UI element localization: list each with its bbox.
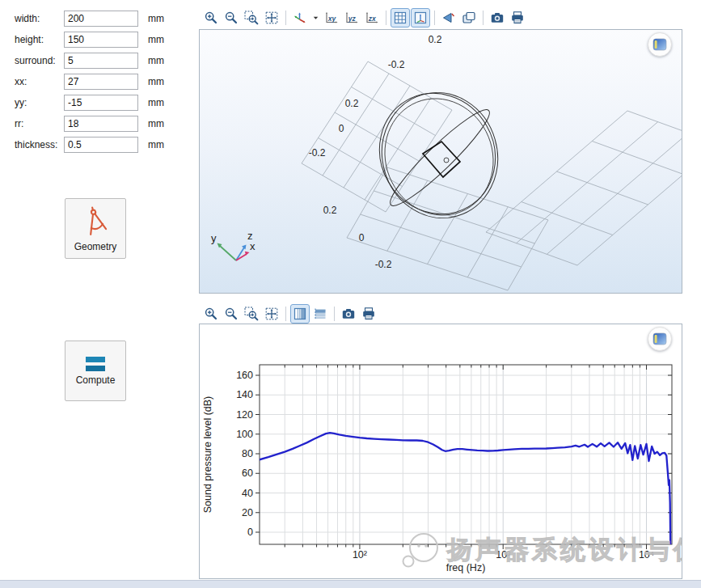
toolbar-separator [386,11,386,25]
y-log-scale-button[interactable] [310,304,330,324]
y-tick-label: 160 [236,370,253,381]
width-unit-label: mm [148,11,164,27]
snapshot-button[interactable] [339,304,358,324]
x-axis-title: freq (Hz) [446,562,486,573]
grid-icon [393,11,408,25]
yy-unit-label: mm [148,95,164,111]
axis-tick-label-3d: 0.2 [345,98,359,109]
surround-input[interactable] [64,53,138,69]
height-label: height: [15,32,44,48]
form-row: rr:mm [0,116,199,132]
form-row: width:mm [0,11,199,27]
zoom-box-button[interactable] [242,8,261,27]
zoom-in-icon [204,307,218,321]
view-zx-icon [365,11,379,25]
y-tick-label: 40 [242,488,253,499]
caret-down-icon [311,11,320,25]
axis-tick-label-3d: -0.2 [375,259,392,270]
caret-down-button[interactable] [310,8,321,27]
axis-orientation-button[interactable] [290,8,310,27]
form-row: thickness:mm [0,137,199,153]
compute-button[interactable]: Compute [65,341,126,401]
zoom-out-button[interactable] [222,304,241,324]
zoom-box-icon [244,11,259,25]
axis-tick-label-3d: -0.2 [309,147,326,159]
y-tick-label: 120 [236,409,253,421]
toolbar-separator [334,307,335,321]
scene-layers-button[interactable] [459,8,479,27]
view-xy-button[interactable] [322,8,341,27]
print-button[interactable] [508,8,527,27]
form-row: surround:mm [0,53,199,69]
x-tick-label: 10² [353,549,367,561]
view-zx-button[interactable] [362,8,382,27]
toolbar-separator [483,11,484,25]
y-tick-label: 100 [236,429,253,440]
axis-tick-label-3d: 0 [359,232,365,243]
compute-button-label: Compute [76,374,116,386]
thickness-input[interactable] [64,137,138,153]
thickness-unit-label: mm [148,137,164,153]
zoom-in-button[interactable] [201,8,221,27]
yy-label: yy: [15,95,27,111]
zoom-extents-icon [264,11,279,25]
chart-viewport[interactable]: 02040608010012014016010²10³10⁴freq (Hz)S… [199,324,682,579]
spl-chart: 02040608010012014016010²10³10⁴freq (Hz)S… [200,324,682,578]
height-input[interactable] [64,32,138,48]
geometry-button[interactable]: Geometry [65,198,126,259]
form-row: height:mm [0,32,199,48]
zoom-out-icon [224,307,239,321]
view-xy-icon [324,11,339,25]
thickness-label: thickness: [15,137,57,153]
svg-text:y: y [211,232,217,244]
comsol-logo-icon [652,332,667,345]
axis-tick-label-3d: -0.2 [388,59,405,70]
form-row: yy:mm [0,95,199,111]
zoom-extents-icon [264,307,279,321]
y-tick-label: 80 [242,448,253,459]
spl-curve [260,433,670,544]
width-input[interactable] [64,11,138,27]
zoom-out-button[interactable] [222,8,241,27]
zoom-extents-button[interactable] [262,304,281,324]
snapshot-button[interactable] [488,8,507,27]
width-label: width: [15,11,40,27]
yy-input[interactable] [64,95,138,111]
comsol-badge-button[interactable] [648,32,672,57]
comsol-badge-button[interactable] [648,327,672,351]
zoom-box-button[interactable] [242,304,261,324]
y-tick-label: 60 [242,467,253,479]
scene-layers-icon [462,11,476,25]
axis-triad: y z x [211,230,255,260]
rr-input[interactable] [64,116,138,132]
y-tick-label: 140 [236,389,253,400]
y-axis-title: Sound pressure level (dB) [202,396,213,514]
xx-label: xx: [15,74,27,90]
xx-unit-label: mm [148,74,164,90]
view-yz-icon [344,11,359,25]
zoom-extents-button[interactable] [262,8,281,27]
rr-unit-label: mm [148,116,164,132]
grid-button[interactable] [391,8,410,27]
transparency-button[interactable] [439,8,458,27]
print-button[interactable] [359,304,378,324]
zoom-box-icon [244,307,259,321]
axis-indicator-button[interactable] [411,8,430,27]
application-window: xy yz zx [0,0,701,588]
surround-label: surround: [15,53,56,69]
toolbar-separator [285,307,286,321]
geometry-viewport[interactable]: y z x 0.2-0.20.20-0.20.20-0.2 [199,29,682,294]
zoom-in-icon [204,11,218,25]
xx-input[interactable] [64,74,138,90]
y-tick-label: 20 [242,507,253,518]
origin-marker [444,158,449,163]
x-log-scale-button[interactable] [290,304,310,324]
view-yz-button[interactable] [342,8,361,27]
print-icon [510,11,525,25]
y-tick-label: 0 [247,527,253,538]
geometry-wireframe: y z x [200,30,682,294]
zoom-in-button[interactable] [201,304,221,324]
x-log-scale-icon [293,307,307,321]
graphics-toolbar-chart [201,303,378,324]
x-tick-label: 10³ [496,549,510,561]
